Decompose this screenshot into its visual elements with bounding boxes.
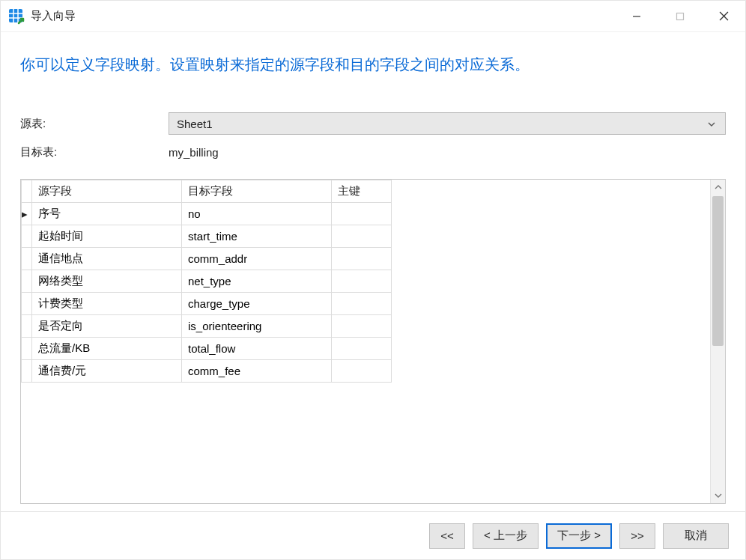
table-row[interactable]: 计费类型charge_type	[22, 293, 392, 315]
source-field-cell[interactable]: 总流量/KB	[32, 338, 182, 360]
app-icon	[8, 8, 25, 25]
content-area: 你可以定义字段映射。设置映射来指定的源字段和目的字段之间的对应关系。 源表: S…	[1, 32, 745, 511]
pk-cell[interactable]	[332, 203, 392, 225]
table-row[interactable]: 起始时间start_time	[22, 225, 392, 248]
pk-cell[interactable]	[332, 338, 392, 360]
instruction-text: 你可以定义字段映射。设置映射来指定的源字段和目的字段之间的对应关系。	[20, 55, 726, 75]
target-field-cell[interactable]: comm_addr	[182, 248, 332, 270]
target-table-row: 目标表: my_billing	[20, 145, 726, 159]
source-field-cell[interactable]: 是否定向	[32, 315, 182, 338]
target-table-value: my_billing	[169, 146, 219, 159]
table-row[interactable]: 是否定向is_orienteering	[22, 315, 392, 338]
next-button[interactable]: 下一步 >	[546, 523, 612, 549]
pk-cell[interactable]	[332, 248, 392, 270]
svg-rect-6	[677, 13, 684, 19]
prev-button[interactable]: < 上一步	[473, 523, 539, 549]
target-field-cell[interactable]: charge_type	[182, 293, 332, 315]
row-marker	[22, 270, 32, 293]
vertical-scrollbar[interactable]	[710, 180, 725, 503]
table-row[interactable]: 通信费/元comm_fee	[22, 360, 392, 383]
import-wizard-window: 导入向导 你可以定义字段映射。设置映射来指定的源字段和目的字段之间的对应关系。 …	[0, 0, 746, 560]
row-marker	[22, 225, 32, 248]
mapping-table-body: 源字段 目标字段 主键 ▸序号no起始时间start_time通信地点comm_…	[21, 180, 710, 503]
row-marker: ▸	[22, 203, 32, 225]
pk-cell[interactable]	[332, 270, 392, 293]
wizard-footer: << < 上一步 下一步 > >> 取消	[1, 511, 745, 559]
source-field-cell[interactable]: 起始时间	[32, 225, 182, 248]
source-table-label: 源表:	[20, 117, 169, 131]
target-table-label: 目标表:	[20, 145, 169, 159]
pk-cell[interactable]	[332, 293, 392, 315]
minimize-button[interactable]	[615, 1, 658, 32]
table-row[interactable]: 总流量/KBtotal_flow	[22, 338, 392, 360]
mapping-table-container: 源字段 目标字段 主键 ▸序号no起始时间start_time通信地点comm_…	[20, 179, 726, 504]
last-button[interactable]: >>	[619, 523, 655, 549]
row-marker	[22, 293, 32, 315]
scroll-up-icon[interactable]	[711, 180, 725, 195]
header-target[interactable]: 目标字段	[182, 180, 332, 203]
mapping-table: 源字段 目标字段 主键 ▸序号no起始时间start_time通信地点comm_…	[21, 180, 392, 383]
target-field-cell[interactable]: no	[182, 203, 332, 225]
table-row[interactable]: 网络类型net_type	[22, 270, 392, 293]
cancel-button[interactable]: 取消	[663, 523, 729, 549]
table-header-row: 源字段 目标字段 主键	[22, 180, 392, 203]
source-field-cell[interactable]: 通信地点	[32, 248, 182, 270]
maximize-button	[658, 1, 702, 32]
target-field-cell[interactable]: start_time	[182, 225, 332, 248]
source-field-cell[interactable]: 计费类型	[32, 293, 182, 315]
source-table-row: 源表: Sheet1	[20, 112, 726, 135]
close-button[interactable]	[702, 1, 745, 32]
pk-cell[interactable]	[332, 315, 392, 338]
first-button[interactable]: <<	[429, 523, 465, 549]
source-field-cell[interactable]: 网络类型	[32, 270, 182, 293]
chevron-down-icon	[706, 118, 718, 129]
target-field-cell[interactable]: is_orienteering	[182, 315, 332, 338]
pk-cell[interactable]	[332, 225, 392, 248]
header-source[interactable]: 源字段	[32, 180, 182, 203]
pk-cell[interactable]	[332, 360, 392, 383]
target-field-cell[interactable]: comm_fee	[182, 360, 332, 383]
window-title: 导入向导	[31, 9, 76, 23]
target-field-cell[interactable]: total_flow	[182, 338, 332, 360]
source-field-cell[interactable]: 通信费/元	[32, 360, 182, 383]
titlebar: 导入向导	[1, 1, 745, 32]
scroll-down-icon[interactable]	[711, 488, 725, 503]
source-table-value: Sheet1	[177, 118, 706, 130]
row-marker	[22, 338, 32, 360]
header-pk[interactable]: 主键	[332, 180, 392, 203]
table-row[interactable]: ▸序号no	[22, 203, 392, 225]
scroll-thumb[interactable]	[712, 196, 724, 346]
header-marker	[22, 180, 32, 203]
row-marker	[22, 248, 32, 270]
source-field-cell[interactable]: 序号	[32, 203, 182, 225]
source-table-dropdown[interactable]: Sheet1	[169, 112, 726, 135]
target-field-cell[interactable]: net_type	[182, 270, 332, 293]
row-marker	[22, 315, 32, 338]
row-marker	[22, 360, 32, 383]
table-row[interactable]: 通信地点comm_addr	[22, 248, 392, 270]
